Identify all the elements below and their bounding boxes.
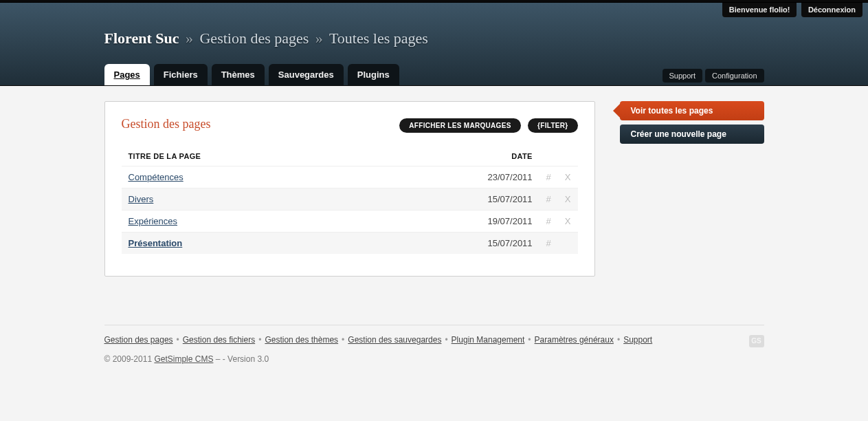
footer-copyright: © 2009-2011 GetSimple CMS – - Version 3.… xyxy=(104,354,764,364)
page-date: 19/07/2011 xyxy=(471,210,539,233)
footer-link[interactable]: Plugin Management xyxy=(452,335,525,345)
col-title: TITRE DE LA PAGE xyxy=(122,147,471,166)
sidebar-view-all[interactable]: Voir toutes les pages xyxy=(620,101,764,120)
hash-icon[interactable]: # xyxy=(539,166,558,188)
gs-badge-icon: GS xyxy=(749,335,764,347)
table-row: Compétences23/07/2011#X xyxy=(122,166,578,188)
pages-table: TITRE DE LA PAGE DATE Compétences23/07/2… xyxy=(122,147,578,254)
support-button[interactable]: Support xyxy=(663,69,703,83)
table-row: Présentation15/07/2011# xyxy=(122,233,578,255)
welcome-label: Bienvenue flolio! xyxy=(722,3,797,17)
footer-link[interactable]: Paramètres généraux xyxy=(535,335,614,345)
crumb-section[interactable]: Gestion des pages xyxy=(199,30,309,47)
tab-themes[interactable]: Thèmes xyxy=(212,64,265,85)
page-date: 15/07/2011 xyxy=(471,188,539,210)
sidebar: Voir toutes les pages Créer une nouvelle… xyxy=(620,101,764,148)
filter-button[interactable]: {FILTER} xyxy=(528,118,577,133)
logout-link[interactable]: Déconnexion xyxy=(801,3,863,17)
hash-icon[interactable]: # xyxy=(539,210,558,233)
table-row: Expériences19/07/2011#X xyxy=(122,210,578,233)
site-title[interactable]: Florent Suc xyxy=(104,30,179,47)
panel-title: Gestion des pages xyxy=(122,117,211,131)
tab-backups[interactable]: Sauvegardes xyxy=(269,64,344,85)
page-date: 23/07/2011 xyxy=(471,166,539,188)
product-link[interactable]: GetSimple CMS xyxy=(154,354,213,364)
footer-link[interactable]: Gestion des thèmes xyxy=(265,335,338,345)
page-link[interactable]: Expériences xyxy=(129,216,178,226)
table-row: Divers15/07/2011#X xyxy=(122,188,578,210)
hash-icon[interactable]: # xyxy=(539,188,558,210)
show-tags-button[interactable]: AFFICHER LES MARQUAGES xyxy=(399,118,520,133)
tab-files[interactable]: Fichiers xyxy=(154,64,208,85)
delete-icon[interactable]: X xyxy=(558,210,578,233)
page-date: 15/07/2011 xyxy=(471,233,539,255)
footer-link[interactable]: Support xyxy=(623,335,652,345)
footer-link[interactable]: Gestion des pages xyxy=(104,335,173,345)
page-link[interactable]: Compétences xyxy=(129,172,183,182)
footer-links: Gestion des pages•Gestion des fichiers•G… xyxy=(104,335,764,345)
crumb-page: Toutes les pages xyxy=(329,30,428,47)
hash-icon[interactable]: # xyxy=(539,233,558,255)
sidebar-create-new[interactable]: Créer une nouvelle page xyxy=(620,125,764,144)
pages-panel: Gestion des pages AFFICHER LES MARQUAGES… xyxy=(104,101,595,277)
breadcrumb: Florent Suc » Gestion des pages » Toutes… xyxy=(104,17,764,64)
delete-icon[interactable]: X xyxy=(558,166,578,188)
tab-plugins[interactable]: Plugins xyxy=(348,64,399,85)
page-link[interactable]: Présentation xyxy=(129,238,183,248)
main-tabs: Pages Fichiers Thèmes Sauvegardes Plugin… xyxy=(104,64,399,85)
delete-icon[interactable]: X xyxy=(558,188,578,210)
col-date: DATE xyxy=(471,147,539,166)
configuration-button[interactable]: Configuration xyxy=(705,69,764,83)
footer-link[interactable]: Gestion des sauvegardes xyxy=(348,335,441,345)
footer-link[interactable]: Gestion des fichiers xyxy=(183,335,255,345)
page-link[interactable]: Divers xyxy=(129,194,154,204)
tab-pages[interactable]: Pages xyxy=(104,64,150,85)
delete-icon xyxy=(558,233,578,255)
